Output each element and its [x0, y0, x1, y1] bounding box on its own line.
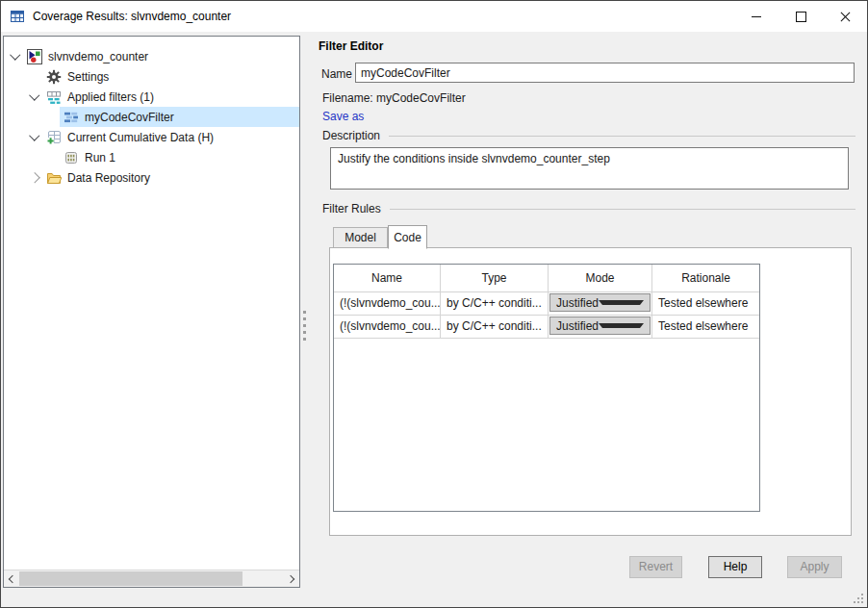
close-button[interactable] — [823, 1, 867, 32]
resize-grip-icon[interactable] — [852, 592, 863, 603]
gear-icon — [46, 69, 62, 85]
mode-dropdown[interactable]: Justified — [549, 293, 651, 312]
mode-dropdown[interactable]: Justified — [549, 317, 651, 335]
app-table-icon — [10, 9, 25, 24]
filter-table-icon — [46, 89, 62, 105]
results-tree-panel: slvnvdemo_counter Setti — [3, 36, 300, 588]
run-icon — [64, 150, 79, 165]
tree-item-model[interactable]: slvnvdemo_counter — [4, 46, 299, 66]
tree-item-label: myCodeCovFilter — [85, 111, 174, 124]
tab-code[interactable]: Code — [388, 225, 427, 249]
tree-item-label: Run 1 — [85, 151, 115, 165]
save-as-link[interactable]: Save as — [322, 110, 364, 123]
cumulative-data-icon — [46, 130, 62, 145]
filter-rules-label: Filter Rules — [322, 202, 381, 215]
filename-text: Filename: myCodeCovFilter — [322, 91, 466, 105]
horizontal-scrollbar[interactable] — [4, 570, 299, 587]
filter-editor-title: Filter Editor — [319, 39, 383, 53]
description-textarea[interactable]: Justify the conditions inside slvnvdemo_… — [330, 147, 849, 190]
column-header-mode[interactable]: Mode — [549, 265, 652, 291]
revert-button[interactable]: Revert — [629, 556, 682, 578]
chevron-down-icon — [599, 323, 644, 328]
scrollbar-track[interactable] — [19, 571, 284, 586]
mode-dropdown-value: Justified — [556, 292, 599, 314]
tree-item-run1[interactable]: Run 1 — [4, 147, 299, 167]
chevron-left-icon — [9, 574, 16, 582]
tree-item-applied-filters[interactable]: Applied filters (1) — [4, 87, 299, 107]
minimize-icon — [752, 16, 761, 17]
filter-rules-tabs: Model Code — [333, 224, 427, 248]
rule-rationale-cell: Tested elsewhere — [652, 316, 759, 338]
name-label: Name — [321, 67, 352, 81]
chevron-right-icon[interactable] — [29, 172, 39, 183]
table-header-row: Name Type Mode Rationale — [334, 265, 759, 292]
section-divider — [389, 136, 855, 137]
scroll-left-button[interactable] — [4, 570, 19, 587]
tree-item-label: slvnvdemo_counter — [48, 50, 148, 63]
help-button[interactable]: Help — [708, 556, 762, 578]
filter-icon — [64, 110, 79, 125]
name-input[interactable] — [355, 63, 855, 83]
mode-dropdown-value: Justified — [556, 316, 599, 337]
chevron-down-icon[interactable] — [29, 90, 39, 101]
table-row[interactable]: (!(slvnvdemo_cou... by C/C++ conditi... … — [334, 292, 759, 316]
tree-item-cumulative-data[interactable]: Current Cumulative Data (H) — [4, 127, 299, 147]
chevron-down-icon — [599, 300, 644, 305]
tree-item-label: Data Repository — [67, 171, 150, 185]
titlebar: Coverage Results: slvnvdemo_counter — [1, 1, 867, 32]
rule-type-cell: by C/C++ conditi... — [441, 292, 549, 315]
apply-button[interactable]: Apply — [787, 556, 842, 578]
panel-splitter[interactable] — [300, 36, 308, 588]
results-tree: slvnvdemo_counter Setti — [4, 37, 299, 188]
scroll-right-button[interactable] — [284, 570, 299, 587]
rule-name-cell: (!(slvnvdemo_cou... — [334, 292, 441, 315]
rule-type-cell: by C/C++ conditi... — [441, 316, 549, 338]
folder-icon — [46, 170, 62, 186]
column-header-type[interactable]: Type — [441, 265, 549, 291]
tree-item-settings[interactable]: Settings — [4, 66, 299, 87]
maximize-icon — [796, 12, 806, 22]
chevron-down-icon[interactable] — [29, 131, 39, 141]
tree-item-label: Current Cumulative Data (H) — [67, 131, 214, 144]
column-header-rationale[interactable]: Rationale — [652, 265, 759, 291]
section-divider — [390, 209, 855, 210]
chevron-down-icon[interactable] — [10, 50, 20, 61]
tree-item-mycodecovfilter[interactable]: myCodeCovFilter — [60, 107, 299, 127]
chevron-right-icon — [287, 574, 294, 582]
rule-name-cell: (!(slvnvdemo_cou... — [334, 316, 441, 338]
filter-rules-table: Name Type Mode Rationale (!(slvnvdemo_co… — [333, 264, 760, 512]
minimize-button[interactable] — [734, 1, 779, 32]
tree-item-data-repository[interactable]: Data Repository — [4, 167, 299, 188]
description-label: Description — [322, 129, 380, 142]
simulink-model-icon — [27, 49, 42, 64]
rule-rationale-cell: Tested elsewhere — [652, 292, 759, 315]
tab-model[interactable]: Model — [333, 227, 388, 248]
table-row[interactable]: (!(slvnvdemo_cou... by C/C++ conditi... … — [334, 316, 759, 339]
window-title: Coverage Results: slvnvdemo_counter — [33, 10, 231, 23]
coverage-results-window: Coverage Results: slvnvdemo_counter s — [0, 0, 868, 608]
scrollbar-thumb[interactable] — [19, 571, 243, 586]
maximize-button[interactable] — [779, 1, 823, 32]
close-icon — [840, 12, 851, 22]
tree-item-label: Applied filters (1) — [67, 90, 154, 104]
tree-item-label: Settings — [67, 70, 109, 84]
column-header-name[interactable]: Name — [334, 265, 441, 291]
